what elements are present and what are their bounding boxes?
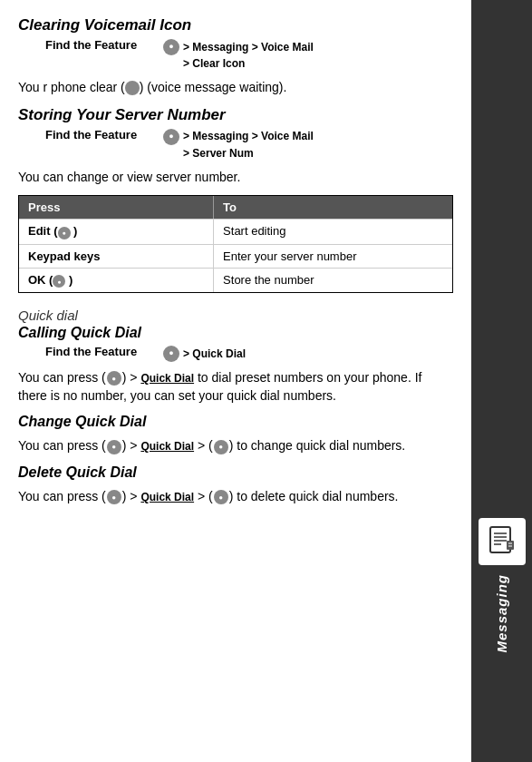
menu-text-2a: > Messaging > Voice Mail	[183, 128, 314, 144]
press-icon-3: ●	[214, 440, 228, 454]
document-svg	[485, 524, 519, 559]
menu-icon-3: ●	[163, 346, 179, 362]
table-row: Edit (● ) Start editing	[19, 219, 452, 244]
clearing-voicemail-find-feature: Find the Feature ● > Messaging > Voice M…	[45, 38, 453, 72]
storing-server-section: Storing Your Server Number Find the Feat…	[18, 106, 453, 187]
sidebar-label: Messaging	[494, 574, 509, 653]
menu-path-1: ● > Messaging > Voice Mail > Clear Icon	[163, 38, 314, 72]
server-table: Press To Edit (● ) Start editing Keypad …	[18, 195, 453, 293]
quick-dial-section: Quick dial Calling Quick Dial Find the F…	[18, 308, 453, 505]
delete-quick-dial-title: Delete Quick Dial	[18, 464, 453, 481]
ok-icon: ●	[53, 275, 65, 288]
page-wrapper: Clearing Voicemail Icon Find the Feature…	[0, 0, 532, 762]
table-cell-press-1: Edit (● )	[19, 220, 214, 244]
press-icon-2: ●	[107, 440, 121, 454]
find-feature-label-1: Find the Feature	[45, 38, 163, 52]
table-cell-press-2: Keypad keys	[19, 245, 214, 268]
quick-dial-label: Quick dial	[18, 308, 453, 323]
menu-icon-2: ●	[163, 129, 179, 145]
phone-icon-1	[125, 81, 140, 95]
table-cell-press-3: OK (● )	[19, 269, 214, 293]
delete-body: You can press (●) > Quick Dial > (●) to …	[18, 488, 453, 506]
quick-dial-highlight-3: Quick Dial	[140, 491, 194, 503]
sidebar-document-icon	[479, 518, 526, 565]
svg-rect-5	[507, 541, 514, 550]
calling-body: You can press (●) > Quick Dial to dial p…	[18, 369, 453, 405]
clearing-voicemail-body: You r phone clear () (voice message wait…	[18, 79, 453, 97]
table-cell-to-3: Store the number	[214, 269, 452, 293]
table-header: Press To	[19, 196, 452, 219]
delete-quick-dial: Delete Quick Dial You can press (●) > Qu…	[18, 464, 453, 506]
calling-find-feature: Find the Feature ● > Quick Dial	[45, 345, 453, 362]
menu-line-1a: ● > Messaging > Voice Mail	[163, 38, 314, 55]
storing-server-title: Storing Your Server Number	[18, 106, 453, 124]
find-feature-label-2: Find the Feature	[45, 128, 163, 142]
storing-server-body: You can change or view server number.	[18, 169, 453, 187]
change-quick-dial-title: Change Quick Dial	[18, 414, 453, 430]
table-cell-to-2: Enter your server number	[214, 245, 452, 268]
calling-quick-dial: Calling Quick Dial Find the Feature ● > …	[18, 325, 453, 405]
menu-path-2: ● > Messaging > Voice Mail > Server Num	[163, 128, 314, 161]
menu-line-2b: > Server Num	[163, 145, 314, 161]
sidebar: Messaging	[471, 0, 532, 762]
press-icon-4: ●	[107, 490, 121, 504]
edit-icon: ●	[58, 227, 71, 239]
menu-line-3: ● > Quick Dial	[163, 345, 246, 362]
table-row: Keypad keys Enter your server number	[19, 244, 452, 268]
table-header-press: Press	[19, 196, 214, 219]
clearing-voicemail-title: Clearing Voicemail Icon	[18, 16, 453, 34]
change-body: You can press (●) > Quick Dial > (●) to …	[18, 437, 453, 455]
storing-server-find-feature: Find the Feature ● > Messaging > Voice M…	[45, 128, 453, 161]
main-content: Clearing Voicemail Icon Find the Feature…	[0, 0, 471, 533]
menu-line-1b: > Clear Icon	[163, 55, 314, 72]
menu-text-1a: > Messaging > Voice Mail	[183, 39, 314, 55]
press-icon-1: ●	[107, 371, 121, 386]
press-icon-5: ●	[214, 490, 228, 504]
calling-quick-dial-title: Calling Quick Dial	[18, 325, 453, 341]
table-row: OK (● ) Store the number	[19, 268, 452, 293]
change-quick-dial: Change Quick Dial You can press (●) > Qu…	[18, 414, 453, 455]
quick-dial-highlight-1: Quick Dial	[140, 372, 194, 385]
table-cell-to-1: Start editing	[214, 220, 452, 244]
menu-text-1b: > Clear Icon	[183, 55, 245, 72]
menu-text-3: > Quick Dial	[183, 346, 246, 362]
quick-dial-highlight-2: Quick Dial	[140, 440, 194, 453]
menu-line-2a: ● > Messaging > Voice Mail	[163, 128, 314, 145]
menu-icon-1: ●	[163, 39, 179, 55]
table-header-to: To	[214, 196, 452, 219]
clearing-voicemail-section: Clearing Voicemail Icon Find the Feature…	[18, 16, 453, 97]
find-feature-label-3: Find the Feature	[45, 345, 163, 358]
menu-text-2b: > Server Num	[183, 145, 254, 161]
